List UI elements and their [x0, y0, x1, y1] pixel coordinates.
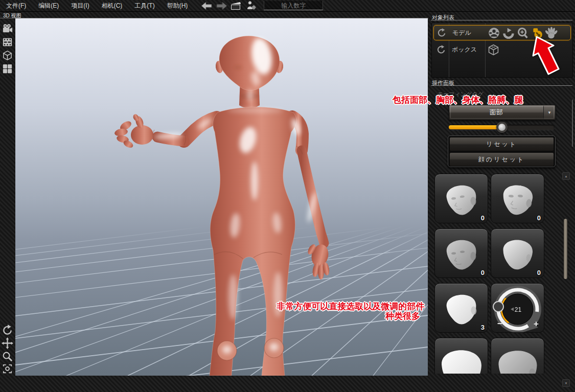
object-list-underline: [431, 20, 572, 20]
morph-count-badge: 0: [481, 269, 485, 276]
clapperboard-icon[interactable]: [231, 1, 242, 10]
morph-count-badge: 0: [481, 214, 485, 222]
scrollbar-thumb[interactable]: [564, 219, 567, 279]
reset-button[interactable]: リセット: [449, 137, 554, 151]
morph-thumbnail[interactable]: 0: [434, 228, 488, 278]
hand-pan-icon[interactable]: [544, 26, 558, 40]
morph-dial-cell[interactable]: 21 − +: [491, 283, 544, 333]
menu-file[interactable]: 文件(F): [0, 0, 32, 11]
pose-figure-icon[interactable]: [245, 1, 257, 10]
morph-thumbnail[interactable]: 0: [491, 174, 544, 223]
morph-slider-fill: [449, 125, 502, 129]
annotation-top: 包括面部、胸部、身体、胳膊、腿: [393, 95, 523, 105]
control-panel-underline: [431, 85, 572, 86]
pan-view-icon[interactable]: [2, 337, 13, 349]
morph-thumbnail[interactable]: 3: [434, 283, 488, 333]
panel-scroll-hint: [572, 100, 573, 147]
right-panel: 对象列表 モデル: [428, 11, 575, 392]
dial-value: 21: [491, 306, 544, 313]
pivot-rotate-icon[interactable]: [501, 26, 515, 40]
rotate-view-icon[interactable]: [2, 324, 13, 336]
reset-button-group: リセット 顔のリセット: [448, 135, 556, 167]
object-list: モデル: [431, 22, 573, 78]
redo-arrow-icon[interactable]: [216, 1, 227, 10]
morph-count-badge: 0: [537, 214, 541, 222]
chevron-down-icon[interactable]: ▼: [543, 106, 555, 119]
box-cube-icon[interactable]: [487, 43, 500, 57]
zoom-view-icon[interactable]: [2, 351, 13, 362]
scroll-down-icon[interactable]: ▼: [562, 379, 570, 387]
head-thumbnail-image: [493, 175, 542, 223]
model-gizmo-icon[interactable]: [487, 26, 501, 40]
slider-knob[interactable]: [496, 122, 508, 133]
cube-icon[interactable]: [2, 50, 13, 61]
morph-slider[interactable]: [449, 125, 555, 130]
head-thumbnail-image: [436, 284, 486, 332]
morph-thumbnail-grid: 0 0: [434, 174, 544, 374]
left-toolbar: [0, 18, 15, 376]
morph-count-badge: 3: [481, 324, 485, 331]
head-thumbnail-image: [434, 339, 488, 374]
menu-camera[interactable]: 相机(C): [96, 0, 129, 11]
quick-toolbar: [201, 1, 257, 10]
film-strip-icon[interactable]: [2, 36, 13, 48]
camera-frame-icon[interactable]: [2, 363, 13, 375]
zoom-select-icon[interactable]: [516, 26, 530, 40]
menu-help[interactable]: 帮助(H): [161, 0, 194, 11]
object-row-model[interactable]: モデル: [433, 25, 571, 40]
box-tools: [487, 43, 500, 57]
refresh-icon[interactable]: [433, 44, 449, 55]
annotation-bottom-line2: 种类很多: [240, 311, 428, 321]
morph-thumbnail[interactable]: [434, 338, 488, 374]
model-tools: [487, 26, 558, 40]
undo-arrow-icon[interactable]: [201, 1, 212, 10]
object-row-box-label: ボックス: [449, 45, 487, 54]
annotation-bottom: 非常方便可以直接选取以及微调的部件 → 种类很多: [240, 302, 428, 321]
object-row-box[interactable]: ボックス: [433, 42, 570, 57]
app-window: 文件(F) 编辑(E) 项目(I) 相机(C) 工具(T) 帮助(H): [0, 0, 575, 392]
head-thumbnail-image: [494, 230, 542, 277]
head-thumbnail-image: [491, 340, 544, 374]
morph-thumbnail[interactable]: 0: [434, 174, 488, 223]
category-dropdown-value: 面部: [449, 108, 543, 117]
quad-view-icon[interactable]: [2, 63, 13, 75]
refresh-icon[interactable]: [434, 28, 449, 38]
dial-plus-button[interactable]: +: [534, 319, 539, 329]
3d-viewport[interactable]: 非常方便可以直接选取以及微调的部件 → 种类很多: [15, 18, 428, 376]
scene-canvas: [15, 18, 428, 376]
morph-thumbnail[interactable]: 0: [491, 228, 544, 278]
face-reset-button[interactable]: 顔のリセット: [449, 152, 554, 167]
dial-minus-button[interactable]: −: [497, 319, 502, 329]
morph-thumbnail[interactable]: [491, 338, 544, 374]
menu-tools[interactable]: 工具(T): [128, 0, 160, 11]
head-thumbnail-image: [436, 175, 487, 223]
morph-count-badge: 0: [537, 269, 541, 276]
menu-project[interactable]: 项目(I): [65, 0, 95, 11]
scroll-up-icon[interactable]: ▲: [562, 172, 570, 180]
video-camera-icon[interactable]: [2, 23, 13, 35]
viewport-title-underline: [0, 18, 428, 18]
category-dropdown[interactable]: 面部 ▼: [449, 105, 556, 120]
rotate-reset-icon[interactable]: [530, 26, 544, 40]
annotation-bottom-line1: 非常方便可以直接选取以及微调的部件 →: [240, 302, 428, 311]
number-input[interactable]: [264, 1, 323, 10]
thumbnail-scrollbar[interactable]: ▲ ▼: [562, 11, 569, 392]
object-row-model-label: モデル: [449, 29, 487, 37]
menu-bar: 文件(F) 编辑(E) 项目(I) 相机(C) 工具(T) 帮助(H): [0, 0, 575, 12]
menu-edit[interactable]: 编辑(E): [32, 0, 65, 11]
head-thumbnail-image: [437, 230, 486, 277]
